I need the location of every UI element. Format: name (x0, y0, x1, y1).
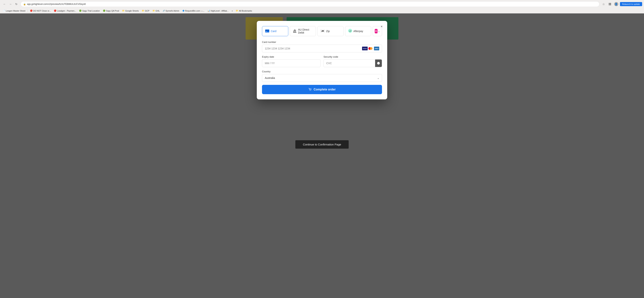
back-button[interactable]: ← (2, 2, 7, 7)
k-badge: K (375, 29, 378, 33)
tab-au-direct-debit-label: AU Direct Debit (298, 28, 313, 34)
cvc-input[interactable] (326, 62, 375, 65)
lock-icon: 🔒 (23, 3, 26, 6)
page-background: Buy Recurring Product With Setup Fee Con… (0, 14, 644, 298)
svg-rect-3 (610, 4, 611, 5)
bookmark-folder-icon: 📁 (236, 10, 238, 12)
country-select-wrapper: Australia United States United Kingdom N… (262, 74, 382, 82)
expiry-group: Expiry date (262, 55, 320, 67)
chevron-down-icon: ⌄ (378, 30, 380, 33)
bookmark-label-7: GCP (145, 10, 150, 12)
bookmark-gcp[interactable]: 📁 GCP (141, 9, 150, 12)
bookmark-label: Leagen Master Sheet (6, 10, 25, 12)
cart-icon (308, 88, 312, 91)
url-text: app.gohighlevel.com/v2/preview/tLhUTEBtM… (27, 3, 86, 6)
bookmark-icon-r: 🔷 (182, 10, 184, 12)
svg-rect-12 (293, 32, 296, 33)
bookmark-label-6: Google Sheets (125, 10, 139, 12)
bank-icon (293, 29, 297, 33)
tab-card[interactable]: Card (262, 26, 288, 36)
country-select[interactable]: Australia United States United Kingdom N… (262, 74, 382, 82)
tab-zip[interactable]: Z Zip (317, 26, 344, 36)
bookmark-icon-green2: 🟢 (103, 10, 106, 12)
reload-button[interactable]: ↻ (14, 2, 19, 7)
bookmark-icon-red: 🔴 (30, 10, 32, 12)
address-bar[interactable]: 🔒 app.gohighlevel.com/v2/preview/tLhUTEB… (20, 1, 600, 7)
tab-zip-label: Zip (326, 30, 330, 33)
bookmark-requestbin[interactable]: 🔷 RequestBin.com —... (181, 9, 206, 12)
svg-rect-9 (295, 31, 295, 32)
card-number-field[interactable]: VISA AMEX (262, 45, 382, 52)
extensions-button[interactable] (607, 2, 612, 7)
payment-tabs: Card AU Direct Debit (262, 26, 382, 36)
bookmark-icon: 📄 (3, 10, 5, 12)
country-label: Country (262, 70, 382, 73)
visa-logo: VISA (362, 47, 368, 50)
svg-rect-15 (322, 30, 324, 32)
bookmark-label-3: Leadgen - Paymen... (57, 10, 76, 12)
bookmark-ghl[interactable]: 📁 GHL (151, 9, 161, 12)
modal-overlay: × Card (0, 14, 644, 298)
bookmark-label-2: DO NOT Close or... (33, 10, 51, 12)
svg-rect-8 (294, 31, 294, 32)
bookmark-more[interactable]: » (230, 9, 234, 12)
bookmark-synnefo[interactable]: 🔗 Synnefo Admin (162, 9, 180, 12)
tab-afterpay[interactable]: AP Afterpay (345, 26, 372, 36)
card-number-group: Card number VISA AMEX (262, 41, 382, 52)
nav-buttons: ← → ↻ (2, 2, 19, 7)
bookmark-sagu-qa[interactable]: 🟢 Sagu QA Prod (102, 9, 120, 12)
bookmark-label-all: All Bookmarks (239, 10, 252, 12)
bookmark-leagen[interactable]: 📄 Leagen Master Sheet (2, 9, 26, 12)
expiry-input[interactable] (265, 62, 318, 65)
star-button[interactable]: ☆ (601, 2, 606, 7)
bookmark-leadgen[interactable]: 🔴 Leadgen - Paymen... (53, 9, 77, 12)
card-icon (265, 30, 269, 33)
bookmark-label-11: HighLevel - Affiliat... (210, 10, 229, 12)
bookmark-icon-s: 🔗 (163, 10, 165, 12)
svg-point-18 (310, 90, 310, 91)
bookmark-separator (28, 10, 28, 12)
bookmark-all[interactable]: 📁 All Bookmarks (234, 9, 253, 12)
cvc-toggle[interactable] (375, 59, 382, 67)
bookmark-label-4: Sagu Trial Location (82, 10, 100, 12)
svg-point-19 (311, 90, 311, 91)
card-number-input[interactable] (265, 47, 362, 50)
svg-rect-2 (609, 4, 610, 5)
svg-rect-6 (266, 31, 267, 32)
complete-order-button[interactable]: Complete order (262, 85, 382, 94)
browser-chrome: ← → ↻ 🔒 app.gohighlevel.com/v2/preview/t… (0, 0, 644, 14)
bookmarks-bar: 📄 Leagen Master Sheet 🔴 DO NOT Close or.… (0, 8, 644, 14)
bookmark-icon-hl: 📊 (208, 10, 210, 12)
bookmark-sagu-trial[interactable]: 🟢 Sagu Trial Location (78, 9, 101, 12)
tab-card-label: Card (271, 30, 276, 33)
security-label: Security code (324, 55, 382, 58)
tab-au-direct-debit[interactable]: AU Direct Debit (290, 26, 316, 36)
afterpay-icon: AP (348, 29, 352, 34)
relaunch-button[interactable]: Relaunch to update (620, 2, 642, 6)
zip-icon: Z (320, 30, 324, 33)
expiry-label: Expiry date (262, 55, 320, 58)
mastercard-logo (368, 47, 373, 50)
bookmark-icon-red2: 🔴 (54, 10, 56, 12)
amex-logo: AMEX (374, 47, 379, 50)
toggle-circle (377, 62, 380, 65)
svg-text:AP: AP (349, 30, 352, 32)
tab-afterpay-label: Afterpay (354, 30, 363, 33)
bookmark-highlevel[interactable]: 📊 HighLevel - Affiliat... (206, 9, 230, 12)
card-number-label: Card number (262, 41, 382, 44)
toolbar-actions: ☆ 👤 Relaunch to update (601, 2, 642, 7)
bookmark-icon-green: 🟢 (79, 10, 82, 12)
country-group: Country Australia United States United K… (262, 70, 382, 82)
modal-close-button[interactable]: × (379, 24, 384, 29)
card-logos: VISA AMEX (362, 47, 379, 50)
expiry-field[interactable] (262, 59, 320, 67)
bookmark-google-sheets[interactable]: 📁 Google Sheets (121, 9, 140, 12)
forward-button[interactable]: → (8, 2, 13, 7)
security-field[interactable] (324, 59, 382, 67)
chevron-right-icon: » (232, 10, 233, 12)
bookmark-do-not-close[interactable]: 🔴 DO NOT Close or... (29, 9, 52, 12)
profile-button[interactable]: 👤 (614, 2, 619, 7)
bookmark-label-9: Synnefo Admin (166, 10, 179, 12)
svg-rect-7 (293, 31, 294, 32)
security-group: Security code (324, 55, 382, 67)
